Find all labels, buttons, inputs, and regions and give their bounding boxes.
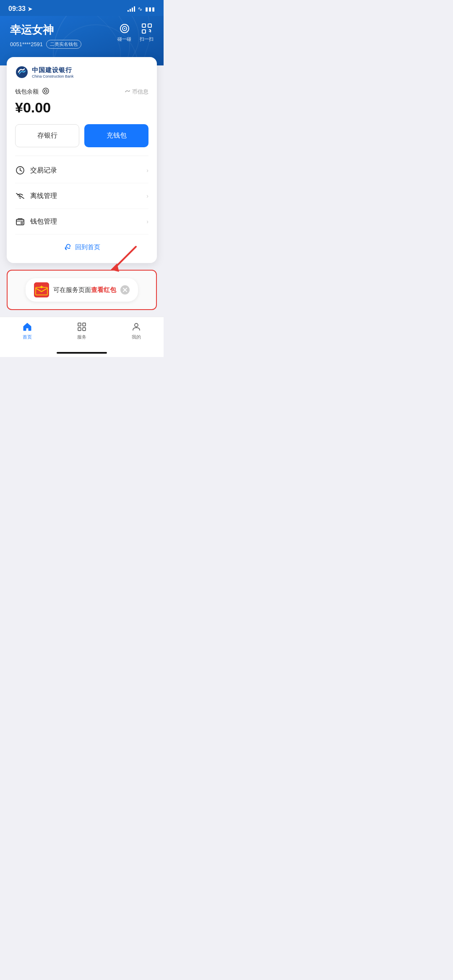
nav-services[interactable]: 服务 xyxy=(76,321,87,340)
wallet-icon xyxy=(15,216,25,227)
offline-icon xyxy=(15,191,25,201)
balance-amount: ¥0.00 xyxy=(15,99,148,116)
bank-name-text: 中国建设银行 China Construction Bank xyxy=(32,66,74,78)
notification-text: 可在服务页面查看红包 xyxy=(53,286,116,294)
transaction-record-item[interactable]: 交易记录 › xyxy=(15,158,148,183)
bank-name-en: China Construction Bank xyxy=(32,74,74,78)
header-user: 幸运女神 0051****2591 二类实名钱包 xyxy=(10,23,81,49)
chevron-right-icon-3: › xyxy=(146,218,148,225)
balance-label-text: 钱包余额 xyxy=(15,88,39,96)
bottom-nav: 首页 服务 我的 xyxy=(0,317,164,349)
grid-icon xyxy=(76,321,87,332)
svg-rect-26 xyxy=(78,323,81,326)
main-content: 中国建设银行 China Construction Bank 钱包余额 xyxy=(0,57,164,263)
chevron-right-icon-2: › xyxy=(146,193,148,199)
transaction-record-left: 交易记录 xyxy=(15,165,57,175)
notification-inner: 可在服务页面查看红包 xyxy=(26,278,138,302)
wifi-icon: ∿ xyxy=(138,5,143,12)
nav-home[interactable]: 首页 xyxy=(22,321,33,340)
bumper-label: 碰一碰 xyxy=(117,36,131,42)
offline-management-left: 离线管理 xyxy=(15,191,57,201)
red-arrow xyxy=(107,245,140,274)
account-badge: 二类实名钱包 xyxy=(46,40,81,49)
svg-rect-16 xyxy=(16,219,24,225)
notification-box: 可在服务页面查看红包 xyxy=(7,270,157,310)
coin-info[interactable]: 币信息 xyxy=(125,88,148,96)
scan-label: 扫一扫 xyxy=(140,36,154,42)
svg-point-10 xyxy=(43,88,49,94)
transaction-record-label: 交易记录 xyxy=(30,166,57,175)
signal-icon xyxy=(128,6,135,12)
nav-home-label: 首页 xyxy=(23,334,32,340)
offline-management-item[interactable]: 离线管理 › xyxy=(15,183,148,209)
notification-link[interactable]: 查看红包 xyxy=(91,286,116,293)
balance-label-row: 钱包余额 币信息 xyxy=(15,87,148,96)
home-icon xyxy=(22,321,33,332)
svg-point-11 xyxy=(44,90,47,92)
nav-services-label: 服务 xyxy=(77,334,86,340)
battery-icon: ▮▮▮ xyxy=(145,6,155,12)
eye-icon[interactable] xyxy=(42,87,49,96)
svg-point-30 xyxy=(135,323,138,327)
status-icons: ∿ ▮▮▮ xyxy=(128,5,155,12)
scan-button[interactable]: 扫一扫 xyxy=(140,23,154,42)
svg-rect-5 xyxy=(142,30,146,33)
home-indicator-bar xyxy=(57,352,107,354)
svg-point-2 xyxy=(124,28,125,29)
ccb-logo-icon xyxy=(15,65,29,79)
chevron-right-icon-1: › xyxy=(146,167,148,174)
user-icon xyxy=(131,321,142,332)
wallet-management-label: 钱包管理 xyxy=(30,217,57,226)
svg-rect-3 xyxy=(142,24,146,27)
notification-area: 可在服务页面查看红包 xyxy=(7,270,157,310)
location-icon: ➤ xyxy=(28,6,32,12)
scan-icon xyxy=(141,23,153,34)
status-time: 09:33 ➤ xyxy=(8,5,32,13)
coin-info-label: 币信息 xyxy=(132,88,148,96)
offline-management-label: 离线管理 xyxy=(30,192,57,201)
account-number: 0051****2591 xyxy=(10,41,43,47)
back-home-label: 回到首页 xyxy=(75,243,100,251)
svg-point-9 xyxy=(16,66,28,78)
wallet-management-left: 钱包管理 xyxy=(15,216,57,227)
svg-rect-29 xyxy=(83,328,86,331)
deposit-bank-button[interactable]: 存银行 xyxy=(15,124,79,147)
svg-rect-27 xyxy=(83,323,86,326)
balance-section: 钱包余额 币信息 ¥0.00 xyxy=(15,87,148,116)
recharge-wallet-button[interactable]: 充钱包 xyxy=(84,124,148,147)
svg-rect-4 xyxy=(148,24,151,27)
divider-top xyxy=(15,156,148,156)
svg-point-15 xyxy=(20,198,21,199)
balance-label-left: 钱包余额 xyxy=(15,87,49,96)
nav-profile[interactable]: 我的 xyxy=(131,321,142,340)
svg-point-17 xyxy=(21,222,23,224)
clock-icon xyxy=(15,165,25,175)
header-actions: 碰一碰 扫一扫 xyxy=(117,23,154,42)
red-envelope-icon xyxy=(34,282,49,297)
svg-line-14 xyxy=(20,170,22,171)
bank-name-cn: 中国建设银行 xyxy=(32,66,74,74)
bumper-icon xyxy=(119,23,130,34)
svg-rect-28 xyxy=(78,328,81,331)
action-buttons: 存银行 充钱包 xyxy=(15,124,148,147)
notification-prefix: 可在服务页面 xyxy=(53,286,91,293)
svg-line-18 xyxy=(115,247,136,268)
username-text: 幸运女神 xyxy=(10,23,81,37)
bank-card: 中国建设银行 China Construction Bank 钱包余额 xyxy=(7,57,157,263)
account-info: 0051****2591 二类实名钱包 xyxy=(10,40,81,49)
header-top: 幸运女神 0051****2591 二类实名钱包 碰一碰 xyxy=(10,23,154,49)
status-bar: 09:33 ➤ ∿ ▮▮▮ xyxy=(0,0,164,16)
time-display: 09:33 xyxy=(8,5,26,13)
notification-close-button[interactable] xyxy=(120,285,130,295)
bank-logo: 中国建设银行 China Construction Bank xyxy=(15,65,148,79)
bumper-button[interactable]: 碰一碰 xyxy=(117,23,131,42)
wallet-management-item[interactable]: 钱包管理 › xyxy=(15,209,148,235)
nav-profile-label: 我的 xyxy=(132,334,141,340)
home-indicator xyxy=(0,349,164,357)
